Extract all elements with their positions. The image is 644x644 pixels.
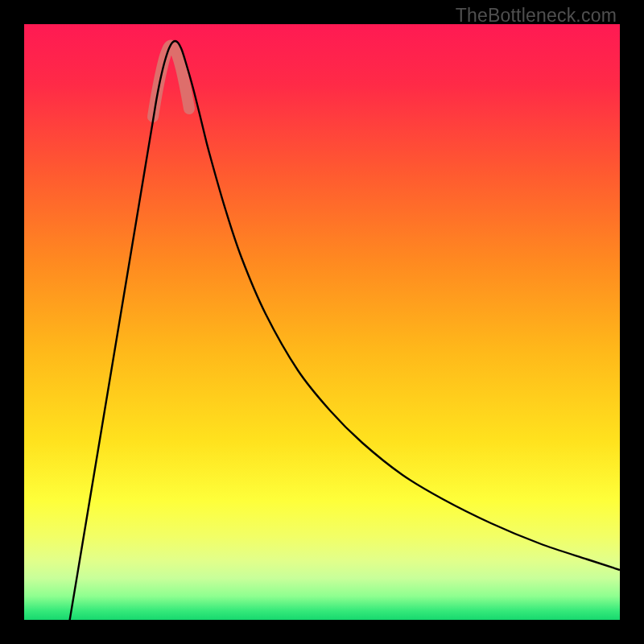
bottleneck-curve	[68, 41, 620, 620]
curve-layer	[24, 24, 620, 620]
chart-frame: TheBottleneck.com	[0, 0, 644, 644]
watermark-text: TheBottleneck.com	[456, 5, 617, 27]
plot-area	[24, 24, 620, 620]
